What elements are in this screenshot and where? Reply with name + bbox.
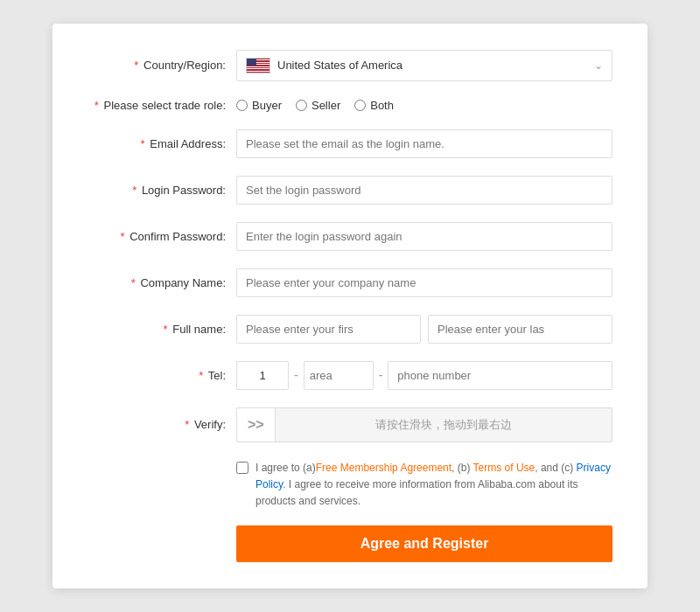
free-membership-link[interactable]: Free Membership Agreement: [316, 462, 452, 474]
first-name-input[interactable]: [236, 315, 421, 344]
agree-text: I agree to (a)Free Membership Agreement,…: [256, 460, 612, 511]
trade-role-label: * Please select trade role:: [88, 99, 236, 112]
password-row: * Login Password:: [88, 176, 612, 205]
email-label: * Email Address:: [88, 137, 236, 150]
tel-number-input[interactable]: [388, 361, 612, 390]
confirm-password-input[interactable]: [236, 222, 612, 251]
required-star: *: [94, 99, 99, 112]
password-input[interactable]: [236, 176, 612, 205]
confirm-password-field: [236, 222, 612, 251]
chevron-down-icon: ⌄: [594, 59, 603, 72]
company-name-field: [236, 268, 612, 297]
tel-separator-2: -: [379, 368, 383, 382]
company-name-label: * Company Name:: [88, 276, 236, 289]
country-row: * Country/Region: United States of Ameri…: [88, 50, 612, 81]
tel-country-input[interactable]: 1: [236, 361, 289, 390]
tel-row: * Tel: 1 - -: [88, 361, 612, 390]
tel-group: 1 - -: [236, 361, 612, 390]
company-name-input[interactable]: [236, 268, 612, 297]
radio-seller-input[interactable]: [296, 100, 307, 111]
verify-label: * Verify:: [88, 418, 236, 431]
terms-of-use-link[interactable]: Terms of Use: [473, 462, 536, 474]
country-field: United States of America ⌄: [236, 50, 612, 81]
confirm-password-label: * Confirm Password:: [88, 230, 236, 243]
trade-role-row: * Please select trade role: Buyer Seller…: [88, 99, 612, 112]
radio-both-input[interactable]: [354, 100, 366, 111]
last-name-input[interactable]: [428, 315, 612, 344]
email-input[interactable]: [236, 129, 612, 158]
trade-role-field: Buyer Seller Both: [236, 99, 612, 112]
verify-field: >> 请按住滑块，拖动到最右边: [236, 407, 612, 442]
agree-row: I agree to (a)Free Membership Agreement,…: [236, 460, 612, 511]
password-label: * Login Password:: [88, 184, 236, 197]
tel-field: 1 - -: [236, 361, 612, 390]
registration-form: * Country/Region: United States of Ameri…: [52, 24, 648, 589]
radio-buyer[interactable]: Buyer: [236, 99, 282, 112]
radio-both-label: Both: [370, 99, 394, 112]
radio-seller[interactable]: Seller: [296, 99, 340, 112]
verify-instruction: 请按住滑块，拖动到最右边: [276, 417, 612, 433]
fullname-field: [236, 315, 612, 344]
tel-area-input[interactable]: [304, 361, 374, 390]
required-star: *: [134, 59, 138, 72]
us-flag-icon: [246, 58, 270, 73]
fullname-row: * Full name:: [88, 315, 612, 344]
radio-buyer-input[interactable]: [236, 100, 248, 111]
trade-role-group: Buyer Seller Both: [236, 99, 612, 112]
tel-label: * Tel:: [88, 369, 236, 382]
email-field: [236, 129, 612, 158]
confirm-password-row: * Confirm Password:: [88, 222, 612, 251]
verify-arrows: >>: [237, 408, 276, 442]
email-row: * Email Address:: [88, 129, 612, 158]
fullname-label: * Full name:: [88, 323, 236, 336]
verify-row: * Verify: >> 请按住滑块，拖动到最右边: [88, 407, 612, 442]
country-name: United States of America: [277, 59, 402, 72]
register-button[interactable]: Agree and Register: [236, 525, 612, 562]
radio-both[interactable]: Both: [354, 99, 394, 112]
tel-separator-1: -: [294, 368, 298, 382]
country-select[interactable]: United States of America ⌄: [236, 50, 612, 81]
password-field: [236, 176, 612, 205]
radio-seller-label: Seller: [312, 99, 340, 112]
verify-slider[interactable]: >> 请按住滑块，拖动到最右边: [236, 407, 612, 442]
country-label: * Country/Region:: [88, 59, 236, 72]
agree-checkbox[interactable]: [236, 462, 248, 474]
company-name-row: * Company Name:: [88, 268, 612, 297]
radio-buyer-label: Buyer: [252, 99, 282, 112]
